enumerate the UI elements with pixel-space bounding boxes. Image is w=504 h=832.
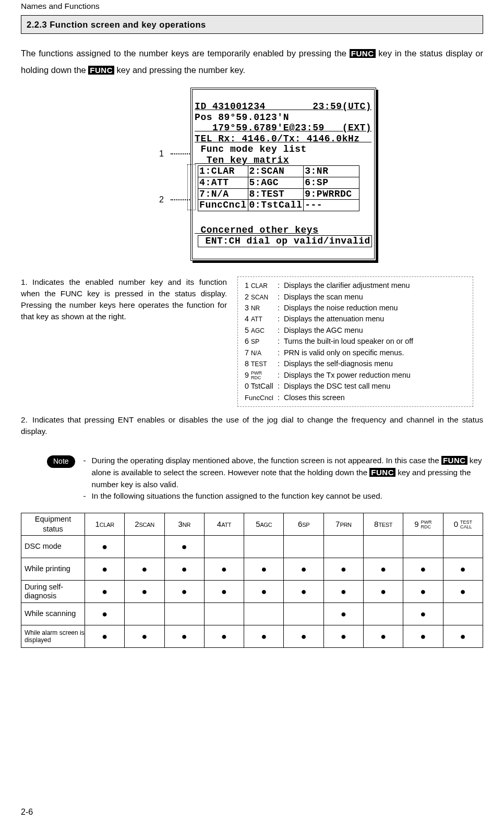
status-cell <box>125 603 164 625</box>
fn-key: 3 NR <box>243 303 275 313</box>
status-cell: ● <box>323 558 363 581</box>
lcd-ent-box: ENT:CH dial op valid/invalid <box>198 235 372 247</box>
lcd-line-funcmode: Func mode key list <box>195 144 307 154</box>
status-cell: ● <box>443 625 483 648</box>
fn-desc: PRN is valid only on specific menus. <box>282 347 415 358</box>
status-cell: ● <box>443 581 483 603</box>
status-cell <box>244 603 284 625</box>
lcd-cell: 4:ATT <box>198 177 248 189</box>
lcd-cell: --- <box>304 200 359 211</box>
status-row-label: During self-diagnosis <box>21 581 85 603</box>
status-cell: ● <box>204 558 244 581</box>
fn-key: 1 CLAR <box>243 280 275 291</box>
func-key-2: FUNC <box>88 66 114 75</box>
status-cell <box>164 603 204 625</box>
status-cell <box>204 536 244 558</box>
lcd-line-pos2: 179°59.6789'E@23:59 (EXT) <box>195 123 371 133</box>
status-cell: ● <box>85 603 125 625</box>
function-list: 1 CLAR:Displays the clarifier adjustment… <box>243 280 415 403</box>
fn-desc: Closes this screen <box>282 392 415 403</box>
status-cell: ● <box>164 558 204 581</box>
status-row: DSC mode●● <box>21 536 483 558</box>
status-table-body: DSC mode●●While printing●●●●●●●●●●During… <box>21 536 483 648</box>
status-cell: ● <box>164 581 204 603</box>
func-key-4: FUNC <box>369 468 395 477</box>
status-row: While printing●●●●●●●●●● <box>21 558 483 581</box>
status-cell <box>244 536 284 558</box>
status-cell <box>284 536 323 558</box>
status-cell <box>125 536 164 558</box>
explanation-columns: 1.Indicates the enabled number key and i… <box>21 276 483 407</box>
status-head-col: 9 PWRRDC <box>403 513 443 536</box>
fn-key: 5 AGC <box>243 325 275 336</box>
status-head-col: 7PRN <box>323 513 363 536</box>
func-key-3: FUNC <box>441 456 467 465</box>
status-cell: ● <box>85 625 125 648</box>
status-cell: ● <box>284 625 323 648</box>
status-cell <box>403 536 443 558</box>
status-cell: ● <box>364 581 403 603</box>
status-cell: ● <box>164 625 204 648</box>
lcd-line-concerned: Concerned other keys <box>195 225 318 235</box>
fn-key: 0 TstCall <box>243 381 275 392</box>
status-row-label: While scanning <box>21 603 85 625</box>
lcd-cell: 5:AGC <box>248 177 304 189</box>
fn-desc: Displays the AGC menu <box>282 325 415 336</box>
status-cell: ● <box>85 581 125 603</box>
lcd-cell: FuncCncl <box>198 200 248 211</box>
status-cell: ● <box>125 558 164 581</box>
lcd-cell: 7:N/A <box>198 188 248 200</box>
fn-key: 9 PWRRDC <box>243 370 275 381</box>
func-key-1: FUNC <box>350 49 376 58</box>
intro-text-1: The functions assigned to the number key… <box>21 49 350 58</box>
status-cell <box>323 536 363 558</box>
fn-key: 6 SP <box>243 336 275 347</box>
status-head-col: 3NR <box>164 513 204 536</box>
lcd-cell: 8:TEST <box>248 188 304 200</box>
status-cell: ● <box>323 603 363 625</box>
callout-1: 1 <box>159 148 164 160</box>
fn-desc: Displays the attenuation menu <box>282 313 415 324</box>
fn-key: FuncCncl <box>243 392 275 403</box>
lcd-cell: 6:SP <box>304 177 359 189</box>
status-head-equipment: Equipmentstatus <box>21 513 85 536</box>
status-row: While scanning●●● <box>21 603 483 625</box>
lcd-cell: 0:TstCall <box>248 200 304 211</box>
function-list-box: 1 CLAR:Displays the clarifier adjustment… <box>237 276 473 407</box>
lcd-cell: 2:SCAN <box>248 166 304 177</box>
fn-key: 7 N/A <box>243 347 275 358</box>
status-cell: ● <box>164 536 204 558</box>
status-cell: ● <box>125 581 164 603</box>
lcd-cell: 1:CLAR <box>198 166 248 177</box>
status-cell: ● <box>443 558 483 581</box>
status-cell: ● <box>323 625 363 648</box>
lcd-screen: ID 431001234 23:59(UTC) Pos 89°59.0123'N… <box>190 88 376 261</box>
lcd-cell: 9:PWRRDC <box>304 188 359 200</box>
lcd-line-tenkey: Ten key matrix <box>195 155 289 165</box>
status-cell <box>443 536 483 558</box>
status-cell: ● <box>244 625 284 648</box>
status-cell: ● <box>403 625 443 648</box>
status-head-col: 4ATT <box>204 513 244 536</box>
fn-desc: Displays the self-diagnosis menu <box>282 358 415 369</box>
fn-desc: Displays the noise reduction menu <box>282 303 415 313</box>
status-cell: ● <box>244 558 284 581</box>
lcd-callouts: 1 2 <box>128 88 190 204</box>
lcd-line-tel: TEL Rx: 4146.0/Tx: 4146.0kHz <box>195 134 371 144</box>
note-body: -During the operating display mentioned … <box>83 455 483 502</box>
status-row-label: DSC mode <box>21 536 85 558</box>
fn-key: 4 ATT <box>243 313 275 324</box>
status-table-head-row: Equipmentstatus1CLAR2SCAN3NR4ATT5AGC6SP7… <box>21 513 483 536</box>
status-cell: ● <box>204 581 244 603</box>
lcd-figure: 1 2 ID 431001234 23:59(UTC) Pos 89°59.01… <box>21 88 483 261</box>
status-cell: ● <box>85 558 125 581</box>
status-cell: ● <box>85 536 125 558</box>
fn-desc: Displays the clarifier adjustment menu <box>282 280 415 291</box>
item-2-number: 2. <box>21 414 32 426</box>
lcd-cell: 3:NR <box>304 166 359 177</box>
status-row: While alarm screen is displayed●●●●●●●●●… <box>21 625 483 648</box>
fn-desc: Displays the scan menu <box>282 292 415 303</box>
status-head-col: 8TEST <box>364 513 403 536</box>
status-head-col: 6SP <box>284 513 323 536</box>
page-header: Names and Functions <box>21 0 483 15</box>
